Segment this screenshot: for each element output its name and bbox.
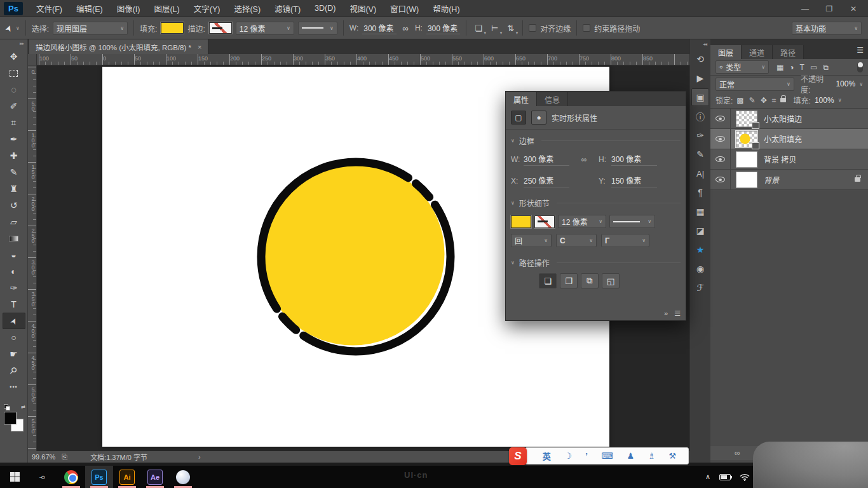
filter-type-layers-icon[interactable]: T — [800, 63, 804, 72]
panel-tab[interactable]: 信息 — [537, 92, 568, 106]
menu-item[interactable]: 滤镜(T) — [268, 0, 308, 17]
menu-item[interactable]: 文字(Y) — [187, 0, 227, 17]
user-24-icon[interactable]: ♟ — [627, 451, 634, 461]
bounds-section-header[interactable]: ∨ 边框 — [506, 130, 686, 149]
fill-opacity-value[interactable]: 100% — [815, 96, 834, 105]
tool-move[interactable]: ✥ — [3, 48, 25, 65]
menu-item[interactable]: 3D(D) — [308, 0, 342, 17]
constrain-path-checkbox[interactable] — [583, 24, 590, 32]
close-button[interactable]: ✕ — [843, 2, 864, 16]
panel-tab[interactable]: 通道 — [742, 45, 773, 59]
height-field[interactable]: 300 像素 — [611, 153, 657, 166]
character-panel-icon[interactable]: A| — [691, 165, 709, 182]
history-panel-icon[interactable]: ⟲ — [691, 50, 709, 68]
taskbar-misc-app[interactable] — [169, 466, 197, 488]
path-operations-section-header[interactable]: ∨ 路径操作 — [506, 252, 686, 271]
properties-titlebar[interactable]: 属性 信息 — [506, 92, 686, 106]
restore-button[interactable]: ❐ — [818, 2, 840, 16]
tool-preset-carat[interactable]: ∨ — [16, 25, 20, 31]
vertical-ruler[interactable]: 050100150200250300350400450500550 — [28, 65, 37, 461]
exclude-shape-button[interactable]: ◱ — [602, 273, 620, 288]
panel-tab[interactable]: 图层 — [710, 45, 742, 59]
lock-artboard-icon[interactable]: ⌗ — [772, 96, 776, 105]
tool-path-select[interactable]: ➤ — [3, 313, 25, 329]
document-tab[interactable]: 描边风格小图标 @ 100% (小太阳填充, RGB/8) * × — [29, 39, 208, 54]
menu-item[interactable]: 图像(I) — [110, 0, 147, 17]
toolbox-icon[interactable]: ⚒ — [669, 451, 677, 461]
align-edges-checkbox[interactable] — [529, 24, 536, 32]
layer-thumbnail[interactable] — [736, 151, 757, 168]
brush-settings-panel-icon[interactable]: ✎ — [691, 146, 709, 163]
lock-all-icon[interactable] — [780, 98, 786, 102]
punctuation-icon[interactable]: ’ — [585, 451, 588, 461]
lock-transparency-icon[interactable]: ▩ — [736, 96, 743, 105]
tool-pen[interactable]: ✑ — [3, 280, 25, 296]
intersect-shape-button[interactable]: ⧉ — [581, 273, 599, 288]
chevron-down-icon[interactable]: ∨ — [838, 97, 842, 103]
select-mode-dropdown[interactable]: 现用图层 ∨ — [53, 22, 128, 35]
tool-eraser[interactable]: ▱ — [3, 214, 25, 230]
layer-row[interactable]: 背景 — [710, 170, 868, 190]
visibility-toggle[interactable] — [710, 170, 731, 189]
battery-icon[interactable] — [719, 474, 731, 480]
tool-dodge[interactable]: ◐ — [3, 263, 25, 280]
panel-tab[interactable]: 路径 — [773, 45, 804, 59]
tool-healing[interactable]: ✚ — [3, 147, 25, 164]
tools-collapse-icon[interactable]: ▸▸ — [0, 39, 27, 48]
filter-type-dropdown[interactable]: ⌕ 类型 ∨ — [715, 60, 769, 74]
panel-menu-icon[interactable]: ☰ — [674, 309, 681, 318]
collapse-panel-icon[interactable]: » — [664, 309, 668, 318]
tool-blur[interactable]: ◒ — [3, 247, 25, 263]
paragraph-panel-icon[interactable]: ¶ — [691, 184, 709, 201]
menu-item[interactable]: 图层(L) — [147, 0, 186, 17]
workspace-dropdown[interactable]: 基本功能 ∨ — [792, 22, 862, 35]
layer-thumbnail[interactable] — [736, 131, 757, 147]
foreground-color-swatch[interactable] — [4, 412, 17, 424]
taskbar-aftereffects[interactable]: Ae — [141, 466, 169, 488]
taskbar-chrome[interactable] — [57, 466, 85, 488]
soft-keyboard-icon[interactable]: ⌨ — [601, 451, 613, 461]
tool-quick-select[interactable]: ✐ — [3, 98, 25, 114]
styles-panel-icon[interactable]: ★ — [691, 241, 709, 259]
sogou-logo[interactable]: S — [509, 447, 527, 465]
menu-item[interactable]: 帮助(H) — [426, 0, 466, 17]
fill-swatch[interactable] — [161, 22, 184, 34]
tool-history-brush[interactable]: ↺ — [3, 197, 25, 214]
glyphs-panel-icon[interactable]: ▦ — [691, 203, 709, 220]
actions-panel-icon[interactable]: ▶ — [691, 69, 709, 87]
path-operations-icon[interactable]: ❏▾ — [472, 24, 485, 33]
menu-item[interactable]: 窗口(W) — [383, 0, 426, 17]
filter-smart-objects-icon[interactable]: ⧉ — [823, 63, 829, 72]
taskbar-photoshop[interactable]: Ps — [85, 466, 113, 488]
width-field[interactable]: 300 像素 — [362, 22, 396, 34]
link-layers-icon[interactable]: ∞ — [735, 449, 740, 458]
filter-shape-layers-icon[interactable]: ▭ — [810, 63, 817, 72]
y-field[interactable]: 150 像素 — [611, 175, 657, 187]
shape-stroke-type-dropdown[interactable]: ∨ — [609, 215, 655, 228]
taskbar-search-button[interactable]: ⌕ — [29, 466, 57, 488]
tool-type[interactable]: T — [3, 296, 25, 313]
start-button[interactable] — [0, 466, 29, 488]
shape-fill-swatch[interactable] — [511, 215, 531, 228]
wifi-icon[interactable] — [740, 473, 750, 481]
brushes-panel-icon[interactable]: ✑ — [691, 126, 709, 144]
status-chevron-icon[interactable]: › — [198, 453, 201, 461]
clone-source-panel-icon[interactable]: ◉ — [691, 260, 709, 278]
lock-image-icon[interactable]: ✎ — [749, 96, 756, 105]
skin-icon[interactable]: ♗ — [648, 451, 656, 461]
tool-crop[interactable]: ⌗ — [3, 114, 25, 131]
tool-eyedropper[interactable]: ✒ — [3, 131, 25, 147]
filter-toggle-switch[interactable] — [857, 62, 863, 72]
live-shape-icon[interactable]: ▢ — [511, 111, 526, 125]
tool-clone-stamp[interactable]: ♜ — [3, 180, 25, 197]
panel-tab[interactable]: 属性 — [506, 92, 537, 106]
filter-pixel-layers-icon[interactable]: ▦ — [776, 63, 783, 72]
zoom-level[interactable]: 99.67% — [32, 453, 55, 461]
tool-lasso[interactable]: ◌ — [3, 81, 25, 98]
close-document-icon[interactable]: × — [198, 43, 201, 51]
menu-item[interactable]: 选择(S) — [227, 0, 268, 17]
stroke-caps-dropdown[interactable]: C ∨ — [556, 234, 597, 247]
shape-stroke-width-dropdown[interactable]: 12 像素 ∨ — [558, 215, 606, 228]
layer-row[interactable]: 背景 拷贝 — [710, 149, 868, 170]
dock-collapse-icon[interactable]: ◂◂ — [690, 39, 710, 50]
